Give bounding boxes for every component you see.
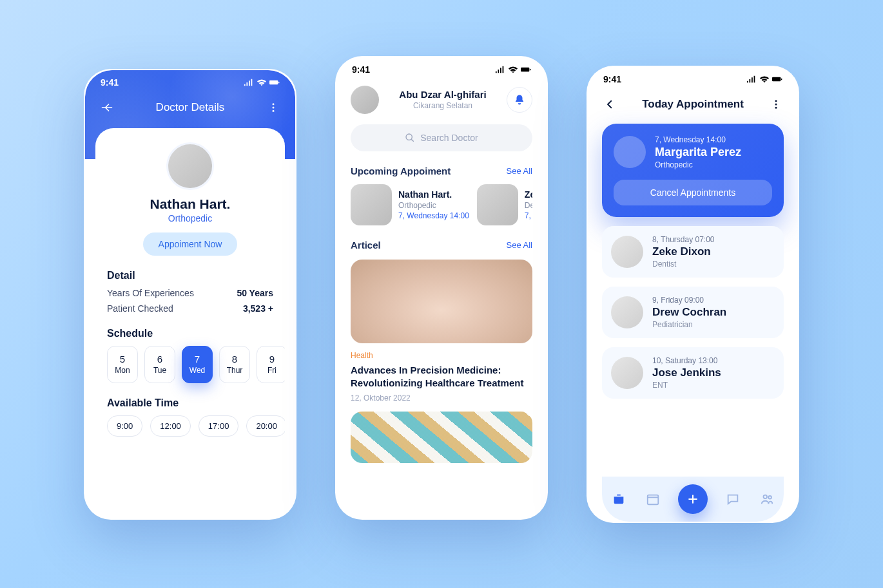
day-option[interactable]: 5Mon [107, 346, 138, 383]
upcoming-title: Upcoming Appoiment [351, 166, 451, 176]
svg-point-2 [272, 103, 274, 105]
status-time: 9:41 [352, 64, 370, 75]
appointment-name: Zek [525, 189, 532, 200]
dots-vertical-icon [770, 99, 782, 110]
search-icon [405, 133, 415, 143]
appointment-card[interactable]: Zek Dent 7, We [477, 184, 532, 225]
article-title[interactable]: Advances In Precision Medicine: Revoluti… [351, 364, 532, 390]
phone-home: 9:41 Abu Dzar Al-ghifari Cikarang Selata… [335, 56, 548, 520]
details-card: Nathan Hart. Orthopedic Appoiment Now De… [95, 128, 285, 493]
doctor-avatar [611, 296, 643, 328]
appointment-time: 8, Thursday 07:00 [652, 235, 715, 244]
chevron-left-icon [604, 99, 616, 110]
notifications-button[interactable] [507, 87, 532, 113]
bell-icon [514, 94, 525, 106]
battery-icon [772, 75, 782, 83]
user-avatar[interactable] [351, 86, 379, 114]
appointment-spec: Dentist [652, 260, 715, 269]
wifi-icon [759, 75, 770, 83]
more-button[interactable] [768, 97, 784, 112]
user-header: Abu Dzar Al-ghifari Cikarang Selatan [351, 86, 532, 114]
svg-point-11 [775, 103, 777, 105]
appointments-body: Today Appointment 7, Wednesday 14:00 Mar… [588, 91, 798, 522]
day-option[interactable]: 6Tue [144, 346, 175, 383]
status-time: 9:41 [101, 77, 119, 88]
more-button[interactable] [266, 100, 281, 115]
upcoming-header: Upcoming Appoiment See All [351, 166, 532, 176]
patients-value: 3,523 + [243, 303, 273, 314]
phone-doctor-details: 9:41 Doctor Details Nathan Hart. Orthope… [84, 69, 296, 520]
appointment-spec: ENT [652, 381, 721, 390]
tab-calendar[interactable] [644, 490, 662, 508]
back-button[interactable] [602, 97, 617, 112]
appointment-row[interactable]: 10, Saturday 13:00 Jose Jenkins ENT [602, 347, 784, 399]
upcoming-list[interactable]: Nathan Hart. Orthopedic 7, Wednesday 14:… [351, 184, 532, 225]
appointment-name: Margarita Perez [655, 146, 741, 159]
page-title: Doctor Details [156, 101, 225, 114]
tab-profile[interactable] [758, 490, 776, 508]
svg-point-7 [406, 134, 412, 140]
time-option[interactable]: 12:00 [150, 415, 191, 437]
article-date: 12, Oktober 2022 [351, 394, 532, 403]
add-button[interactable] [678, 484, 708, 514]
book-appointment-button[interactable]: Appoiment Now [143, 232, 238, 256]
tab-home[interactable] [610, 490, 628, 508]
article-tag: Health [351, 351, 532, 360]
svg-rect-1 [278, 81, 279, 83]
doctor-avatar [614, 136, 646, 168]
appointment-time: 7, Wednesday 14:00 [655, 135, 741, 144]
battery-icon [269, 79, 280, 86]
chat-icon [726, 492, 740, 506]
doctor-avatar [611, 357, 643, 389]
time-option[interactable]: 9:00 [107, 415, 142, 437]
appointment-spec: Orthopedic [398, 201, 469, 210]
doctor-avatar [166, 142, 214, 190]
battery-icon [521, 66, 531, 73]
patients-row: Patient Checked 3,523 + [107, 303, 273, 314]
wifi-icon [508, 66, 518, 73]
appointment-row[interactable]: 9, Friday 09:00 Drew Cochran Pediatricia… [602, 287, 784, 338]
svg-point-4 [272, 109, 274, 111]
signal-icon [746, 75, 757, 83]
experience-row: Years Of Experiences 50 Years [107, 288, 273, 298]
appointment-spec: Dent [525, 201, 532, 210]
svg-rect-6 [530, 68, 530, 70]
appointment-name: Drew Cochran [652, 306, 726, 319]
detail-heading: Detail [107, 270, 273, 281]
search-placeholder: Search Doctor [420, 133, 478, 143]
appointment-card[interactable]: Nathan Hart. Orthopedic 7, Wednesday 14:… [351, 184, 469, 225]
article-image[interactable] [351, 260, 532, 343]
wifi-icon [257, 79, 267, 86]
status-bar: 9:41 [588, 67, 798, 91]
time-option[interactable]: 17:00 [199, 415, 239, 437]
appointment-row[interactable]: 8, Thursday 07:00 Zeke Dixon Dentist [602, 226, 784, 278]
svg-rect-13 [648, 495, 659, 504]
back-button[interactable] [99, 100, 115, 115]
time-option[interactable]: 20:00 [246, 415, 285, 437]
day-option[interactable]: 9Fri [257, 346, 285, 383]
svg-point-10 [775, 100, 777, 102]
appointment-name: Zeke Dixon [652, 245, 715, 258]
search-input[interactable]: Search Doctor [351, 124, 532, 151]
svg-rect-9 [781, 78, 782, 80]
status-bar: 9:41 [336, 57, 547, 82]
article-image[interactable] [351, 412, 532, 463]
day-option-selected[interactable]: 7Wed [182, 346, 213, 383]
see-all-link[interactable]: See All [507, 240, 532, 250]
doctor-specialty: Orthopedic [107, 213, 273, 223]
cancel-appointment-button[interactable]: Cancel Appointments [614, 180, 772, 205]
calendar-icon [646, 492, 660, 506]
svg-point-14 [763, 495, 767, 498]
signal-icon [244, 79, 254, 86]
experience-label: Years Of Experiences [107, 288, 194, 298]
appointment-hero[interactable]: 7, Wednesday 14:00 Margarita Perez Ortho… [602, 124, 784, 217]
status-bar: 9:41 [85, 70, 295, 95]
status-icons [244, 79, 280, 86]
arrow-left-icon [101, 101, 113, 114]
day-option[interactable]: 8Thur [219, 346, 250, 383]
see-all-link[interactable]: See All [507, 166, 532, 176]
dots-vertical-icon [267, 102, 279, 113]
tab-chat[interactable] [724, 490, 742, 508]
appointment-when: 7, We [525, 211, 532, 220]
svg-rect-8 [772, 77, 781, 81]
